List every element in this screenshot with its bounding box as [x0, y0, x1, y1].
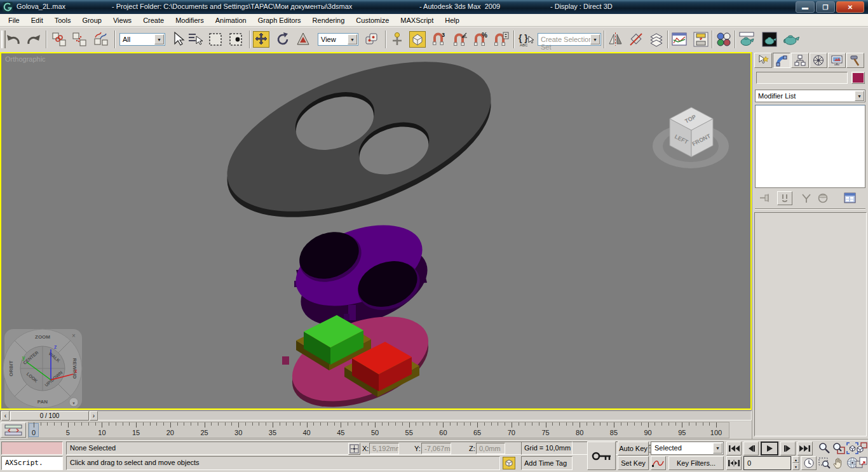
time-configuration-button[interactable] — [801, 456, 817, 470]
maxscript-listener-input[interactable]: AXScript. — [1, 456, 63, 470]
viewport[interactable]: Orthographic — [0, 52, 752, 410]
steering-wheel[interactable]: ZOOM ORBIT REWIND PAN CENTER WALK LOOK U… — [3, 329, 82, 408]
time-slider-track[interactable] — [0, 410, 752, 421]
spinner-snap-toggle-icon[interactable] — [493, 31, 510, 48]
pan-tool[interactable] — [832, 456, 845, 469]
chevron-down-icon[interactable]: ▼ — [154, 34, 164, 44]
tab-create[interactable] — [754, 53, 772, 68]
track-ruler[interactable]: 0510152025303540455055606570758085909510… — [28, 422, 729, 438]
maxscript-listener-macro-pane[interactable] — [1, 442, 63, 455]
tab-display[interactable] — [828, 53, 846, 68]
tab-utilities[interactable] — [846, 53, 864, 68]
keyboard-shortcut-override-toggle-icon[interactable] — [409, 31, 426, 48]
next-frame-button[interactable] — [780, 442, 796, 455]
z-coordinate-field[interactable]: 0,0mm — [476, 443, 505, 454]
menu-customize[interactable]: Customize — [350, 15, 395, 25]
menu-file[interactable]: File — [3, 15, 25, 25]
object-color-swatch[interactable] — [851, 72, 865, 84]
tab-modify[interactable] — [773, 53, 790, 68]
modifier-stack-list[interactable] — [755, 105, 865, 188]
menu-rendering[interactable]: Rendering — [307, 15, 351, 25]
zoom-extents-all-tool[interactable] — [855, 442, 868, 455]
use-pivot-point-center-icon[interactable] — [363, 31, 380, 48]
wheel-orbit-label[interactable]: ORBIT — [8, 360, 14, 376]
show-end-result-icon[interactable] — [777, 191, 792, 205]
menu-help[interactable]: Help — [439, 15, 465, 25]
key-tangents-button[interactable] — [651, 456, 666, 470]
create-selection-set-combobox[interactable]: Create Selection Set ▼ — [538, 33, 601, 46]
key-mode-toggle-button[interactable] — [726, 456, 742, 470]
open-mini-curve-editor-button[interactable] — [1, 422, 26, 438]
object-name-field[interactable] — [756, 72, 848, 84]
menu-create[interactable]: Create — [137, 15, 170, 25]
select-and-manipulate-icon[interactable] — [389, 31, 405, 48]
chevron-down-icon[interactable]: ▼ — [855, 91, 864, 101]
adaptive-degradation-toggle[interactable] — [503, 457, 515, 469]
current-frame-field[interactable]: 0 — [743, 456, 791, 470]
make-unique-icon[interactable] — [800, 192, 813, 205]
angle-snap-toggle-icon[interactable] — [452, 31, 469, 48]
menu-modifiers[interactable]: Modifiers — [170, 15, 210, 25]
rendered-frame-window-icon[interactable] — [761, 31, 778, 48]
menu-tools[interactable]: Tools — [49, 15, 77, 25]
curve-editor-icon[interactable] — [671, 31, 688, 48]
select-by-name-icon[interactable] — [187, 31, 203, 48]
select-and-link-icon[interactable] — [51, 31, 67, 48]
schematic-view-icon[interactable] — [693, 31, 709, 48]
reference-coordinate-system-dropdown[interactable]: View ▼ — [318, 33, 358, 46]
snaps-toggle-icon[interactable]: 3 — [431, 31, 447, 48]
time-slider-knob[interactable]: 0 / 100 — [10, 411, 89, 421]
render-setup-icon[interactable] — [738, 31, 755, 48]
mirror-icon[interactable] — [607, 31, 624, 48]
close-button[interactable]: ✕ — [836, 1, 864, 13]
material-editor-icon[interactable] — [715, 31, 732, 48]
key-mode-dropdown[interactable]: Selected ▼ — [651, 442, 724, 455]
tab-motion[interactable] — [810, 53, 827, 68]
key-filters-button[interactable]: Key Filters... — [668, 456, 724, 470]
menu-maxscript[interactable]: MAXScript — [395, 15, 439, 25]
rectangular-selection-region-icon[interactable] — [207, 31, 224, 48]
grey-plate-object[interactable] — [208, 53, 510, 248]
edit-named-selection-sets-icon[interactable]: { }ABC — [517, 31, 534, 48]
percent-snap-toggle-icon[interactable]: % — [473, 31, 489, 48]
maximize-viewport-toggle[interactable] — [855, 456, 868, 469]
viewcube[interactable]: TOP LEFT FRONT — [653, 107, 729, 168]
time-slider-prev-button[interactable]: ‹ — [1, 411, 10, 421]
previous-frame-button[interactable] — [743, 442, 759, 455]
wheel-close-icon[interactable]: × — [72, 332, 76, 339]
viewport-label[interactable]: Orthographic — [5, 55, 46, 63]
chevron-down-icon[interactable]: ▼ — [348, 34, 357, 44]
zoom-region-tool[interactable] — [818, 456, 831, 469]
select-and-scale-icon[interactable] — [295, 31, 311, 48]
wheel-zoom-label[interactable]: ZOOM — [35, 334, 50, 340]
add-time-tag[interactable]: Add Time Tag — [521, 456, 573, 470]
select-and-move-icon[interactable] — [253, 31, 269, 48]
zoom-all-tool[interactable] — [832, 442, 845, 455]
align-icon[interactable] — [628, 31, 644, 48]
redo-icon[interactable] — [25, 31, 42, 48]
toggle-set-key-mode-button[interactable] — [587, 442, 616, 470]
restore-button[interactable]: ❐ — [816, 1, 835, 13]
render-production-icon[interactable] — [783, 31, 799, 48]
pin-stack-icon[interactable] — [758, 192, 771, 205]
tab-hierarchy[interactable] — [791, 53, 809, 68]
y-coordinate-field[interactable]: -7,067mm — [421, 443, 451, 454]
x-coordinate-field[interactable]: 5,192mm — [369, 443, 399, 454]
undo-icon[interactable] — [5, 31, 22, 48]
minimize-button[interactable]: ▬ — [796, 1, 815, 13]
chevron-down-icon[interactable]: ▼ — [590, 34, 600, 44]
chevron-down-icon[interactable]: ▼ — [713, 443, 722, 454]
go-to-start-button[interactable] — [726, 442, 742, 455]
select-and-rotate-icon[interactable] — [275, 31, 291, 48]
bind-to-space-warp-icon[interactable] — [93, 31, 109, 48]
wheel-menu-arrow[interactable]: ▼ — [72, 401, 76, 405]
selection-filter-dropdown[interactable]: All ▼ — [119, 33, 165, 46]
frame-spinner[interactable]: ▲ ▼ — [792, 456, 799, 470]
menu-graph-editors[interactable]: Graph Editors — [252, 15, 307, 25]
wheel-pan-label[interactable]: PAN — [37, 399, 48, 405]
menu-group[interactable]: Group — [76, 15, 107, 25]
configure-modifier-sets-icon[interactable] — [843, 191, 857, 205]
layer-manager-icon[interactable] — [648, 31, 665, 48]
auto-key-button[interactable]: Auto Key — [618, 442, 649, 455]
modifier-list-dropdown[interactable]: Modifier List ▼ — [755, 90, 865, 102]
